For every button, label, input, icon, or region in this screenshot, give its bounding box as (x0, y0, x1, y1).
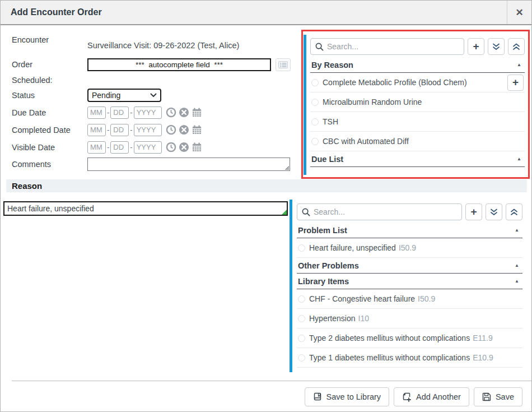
double-chevron-up-icon (510, 209, 518, 216)
add-reason-button[interactable]: + (465, 203, 482, 220)
icd-code: E11.9 (473, 334, 493, 342)
clock-icon[interactable] (166, 107, 176, 118)
status-select[interactable]: Pending (87, 89, 161, 102)
collapse-all-button[interactable] (508, 38, 525, 55)
completed-date-mm-input[interactable] (87, 124, 106, 136)
page-title: Add Encounter Order (1, 7, 102, 17)
radio-icon[interactable] (311, 79, 319, 86)
section-header-library-items[interactable]: Library Items ▲ (297, 274, 522, 289)
encounter-value: Surveillance Visit: 09-26-2022 (Test, Al… (87, 34, 239, 50)
visible-date-dd-input[interactable] (110, 141, 129, 154)
radio-icon[interactable] (298, 315, 305, 322)
date-separator: - (107, 126, 109, 134)
save-icon (482, 392, 491, 401)
list-item[interactable]: CBC with Automated Diff (310, 132, 525, 151)
radio-icon[interactable] (298, 335, 305, 342)
clear-date-icon[interactable] (179, 142, 189, 152)
completed-date-dd-input[interactable] (110, 124, 129, 136)
save-to-library-button[interactable]: Save to Library (305, 387, 390, 406)
collapse-caret-icon: ▲ (515, 279, 521, 284)
resize-handle-icon[interactable] (283, 164, 289, 170)
radio-icon[interactable] (311, 138, 319, 145)
completed-date-yyyy-input[interactable] (134, 124, 162, 136)
reason-input-wrap (3, 201, 288, 216)
expand-all-button[interactable] (488, 38, 505, 55)
visible-date-row: Visible Date - - (12, 138, 295, 156)
comments-label: Comments (12, 160, 87, 169)
order-search-input[interactable] (327, 42, 459, 51)
visible-date-mm-input[interactable] (87, 141, 106, 154)
section-header-other-problems[interactable]: Other Problems ▲ (297, 258, 522, 274)
expand-all-button[interactable] (486, 203, 502, 220)
plus-icon: + (512, 77, 519, 87)
due-date-label: Due Date (12, 108, 87, 117)
add-another-button[interactable]: Add Another (394, 387, 469, 406)
list-item[interactable]: Heart failure, unspecified I50.9 (297, 238, 522, 258)
clear-date-icon[interactable] (179, 107, 189, 118)
save-button[interactable]: Save (474, 387, 522, 406)
completed-date-row: Completed Date - - (12, 121, 295, 138)
clear-date-icon[interactable] (179, 124, 189, 135)
order-row: Order (12, 55, 295, 73)
section-header-due-list[interactable]: Due List ▲ (310, 151, 525, 167)
order-autocomplete-input[interactable] (87, 58, 271, 71)
collapse-all-button[interactable] (506, 203, 522, 220)
date-separator: - (107, 108, 109, 117)
due-date-yyyy-input[interactable] (134, 107, 162, 119)
status-value: Pending (92, 91, 120, 100)
list-item[interactable]: TSH (310, 112, 525, 132)
dialog-titlebar: Add Encounter Order ✕ (1, 1, 531, 25)
list-item[interactable]: Type 2 diabetes mellitus without complic… (297, 328, 522, 348)
list-item[interactable]: CHF - Congestive heart failure I50.9 (297, 289, 522, 309)
calendar-icon[interactable] (192, 142, 202, 152)
add-order-button[interactable]: + (468, 38, 484, 55)
collapse-caret-icon: ▲ (515, 228, 521, 233)
reason-section-header: Reason (6, 179, 527, 192)
due-date-dd-input[interactable] (110, 107, 129, 119)
add-another-icon (402, 392, 412, 402)
order-label: Order (12, 60, 87, 69)
clock-icon[interactable] (166, 124, 176, 135)
comments-row: Comments (12, 156, 295, 173)
icd-code: I50.9 (418, 294, 435, 303)
due-date-mm-input[interactable] (87, 107, 106, 119)
due-date-row: Due Date - - (12, 104, 295, 121)
calendar-icon[interactable] (192, 124, 202, 135)
order-search-box (310, 38, 464, 55)
reason-search-input[interactable] (314, 207, 457, 216)
list-item[interactable]: Complete Metabolic Profile (Blood Chem) … (310, 73, 525, 92)
date-separator: - (130, 126, 132, 134)
order-list-button[interactable] (276, 58, 291, 71)
chevron-down-icon (150, 93, 157, 98)
date-separator: - (130, 108, 132, 117)
status-row: Status Pending (12, 87, 295, 104)
clock-icon[interactable] (166, 142, 176, 152)
resize-handle-icon[interactable] (282, 210, 287, 215)
date-separator: - (130, 143, 132, 151)
status-label: Status (12, 91, 87, 100)
double-chevron-up-icon (512, 43, 520, 50)
add-item-button[interactable]: + (507, 75, 524, 91)
visible-date-label: Visible Date (12, 143, 87, 152)
footer-divider (12, 381, 531, 381)
reason-input[interactable] (4, 202, 287, 215)
order-picker-panel: + By Reason ▲ Complete Metabolic Profile… (301, 30, 530, 179)
list-item[interactable]: Hypertension I10 (297, 309, 522, 328)
visible-date-yyyy-input[interactable] (134, 141, 162, 154)
list-item[interactable]: Microalbumin Random Urine (310, 92, 525, 112)
calendar-icon[interactable] (192, 107, 202, 118)
comments-input[interactable] (87, 158, 290, 171)
add-encounter-order-dialog: Add Encounter Order ✕ Encounter Surveill… (0, 0, 532, 412)
radio-icon[interactable] (298, 295, 305, 303)
radio-icon[interactable] (298, 244, 305, 252)
radio-icon[interactable] (311, 99, 319, 106)
reason-picker-panel: + Problem List ▲ Heart failure, unspecif… (290, 200, 527, 373)
section-header-by-reason[interactable]: By Reason ▲ (310, 57, 525, 73)
section-header-problem-list[interactable]: Problem List ▲ (297, 223, 522, 238)
close-button[interactable]: ✕ (507, 1, 531, 24)
list-item[interactable]: Type 1 diabetes mellitus without complic… (297, 348, 522, 368)
completed-date-label: Completed Date (12, 126, 87, 135)
radio-icon[interactable] (298, 354, 305, 362)
radio-icon[interactable] (311, 118, 319, 126)
double-chevron-down-icon (490, 209, 498, 216)
